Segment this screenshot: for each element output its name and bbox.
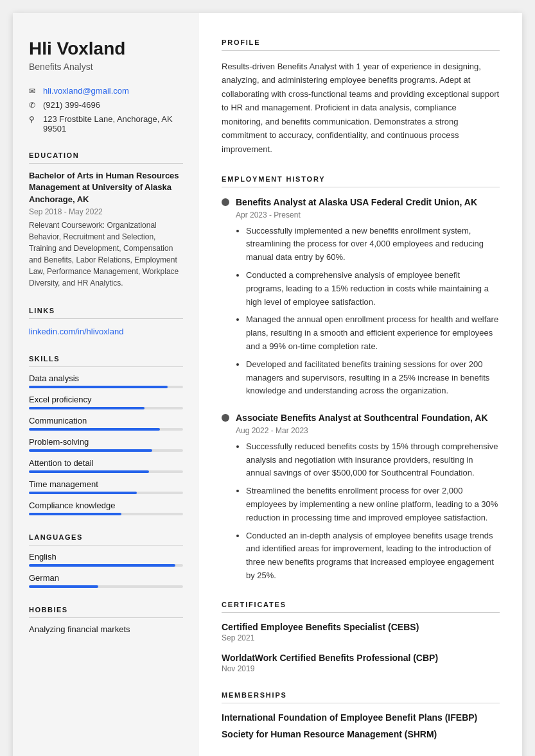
skills-list: Data analysis Excel proficiency Communic…: [29, 374, 183, 515]
languages-section-title: LANGUAGES: [29, 533, 183, 546]
skill-name: Communication: [29, 416, 183, 425]
cert-date: Sep 2021: [222, 633, 500, 642]
skill-name: Data analysis: [29, 374, 183, 383]
skill-item: Excel proficiency: [29, 395, 183, 409]
certs-list: Certified Employee Benefits Specialist (…: [222, 622, 500, 673]
cert-name: Certified Employee Benefits Specialist (…: [222, 622, 500, 632]
skill-bar-bg: [29, 449, 183, 452]
skill-name: Excel proficiency: [29, 395, 183, 404]
skill-item: Compliance knowledge: [29, 501, 183, 515]
job-header: Associate Benefits Analyst at Southcentr…: [222, 412, 500, 425]
job-entry: Benefits Analyst at Alaska USA Federal C…: [222, 196, 500, 398]
skill-name: Attention to detail: [29, 458, 183, 468]
skill-bar-fill: [29, 513, 121, 515]
employment-section: EMPLOYMENT HISTORY Benefits Analyst at A…: [222, 175, 500, 583]
membership-name: International Foundation of Employee Ben…: [222, 712, 500, 723]
profile-section-title: PROFILE: [222, 39, 500, 51]
language-bar-fill: [29, 564, 175, 567]
skill-bar-bg: [29, 386, 183, 388]
language-bar-bg: [29, 564, 183, 567]
sidebar: Hli Voxland Benefits Analyst ✉ hli.voxla…: [13, 13, 199, 756]
contact-phone: ✆ (921) 399-4696: [29, 100, 183, 110]
language-name: German: [29, 573, 183, 583]
phone-icon: ✆: [29, 101, 38, 110]
job-title-text: Benefits Analyst at Alaska USA Federal C…: [236, 196, 477, 209]
email-link[interactable]: hli.voxland@gmail.com: [43, 86, 129, 96]
skill-bar-bg: [29, 428, 183, 431]
location-icon: ⚲: [29, 115, 38, 124]
job-entry: Associate Benefits Analyst at Southcentr…: [222, 412, 500, 583]
job-header: Benefits Analyst at Alaska USA Federal C…: [222, 196, 500, 209]
skill-name: Compliance knowledge: [29, 501, 183, 510]
skill-name: Problem-solving: [29, 437, 183, 447]
membership-name: Society for Human Resource Management (S…: [222, 729, 500, 739]
skill-item: Attention to detail: [29, 458, 183, 473]
skill-item: Problem-solving: [29, 437, 183, 452]
skill-bar-bg: [29, 513, 183, 515]
memberships-section: MEMBERSHIPS International Foundation of …: [222, 691, 500, 739]
job-dates: Aug 2022 - Mar 2023: [236, 426, 500, 435]
certificates-section: CERTIFICATES Certified Employee Benefits…: [222, 601, 500, 673]
profile-section: PROFILE Results-driven Benefits Analyst …: [222, 39, 500, 156]
cert-entry: WorldatWork Certified Benefits Professio…: [222, 653, 500, 673]
cert-date: Nov 2019: [222, 664, 500, 673]
links-section-title: LINKS: [29, 307, 183, 319]
skill-bar-bg: [29, 492, 183, 494]
main-content: PROFILE Results-driven Benefits Analyst …: [199, 13, 522, 756]
language-name: English: [29, 552, 183, 562]
job-bullet: Conducted an in-depth analysis of employ…: [246, 529, 500, 583]
skill-bar-fill: [29, 449, 152, 452]
contact-email: ✉ hli.voxland@gmail.com: [29, 86, 183, 96]
job-bullet: Developed and facilitated benefits train…: [246, 358, 500, 398]
skill-name: Time management: [29, 479, 183, 489]
language-item: English: [29, 552, 183, 567]
phone-text: (921) 399-4696: [43, 100, 100, 110]
job-title-text: Associate Benefits Analyst at Southcentr…: [236, 412, 488, 425]
language-item: German: [29, 573, 183, 588]
membership-entry: Society for Human Resource Management (S…: [222, 729, 500, 739]
skill-item: Communication: [29, 416, 183, 431]
cert-name: WorldatWork Certified Benefits Professio…: [222, 653, 500, 663]
skill-bar-fill: [29, 386, 168, 388]
profile-text: Results-driven Benefits Analyst with 1 y…: [222, 60, 500, 156]
hobbies-text: Analyzing financial markets: [29, 624, 183, 634]
education-section-title: EDUCATION: [29, 151, 183, 164]
job-bullet: Successfully reduced benefits costs by 1…: [246, 440, 500, 480]
skill-bar-bg: [29, 470, 183, 473]
job-bullet: Streamlined the benefits enrollment proc…: [246, 485, 500, 524]
email-icon: ✉: [29, 87, 38, 96]
skill-bar-fill: [29, 492, 137, 494]
skill-bar-fill: [29, 470, 149, 473]
address-text: 123 Frostbite Lane, Anchorage, AK 99501: [43, 114, 183, 133]
memberships-list: International Foundation of Employee Ben…: [222, 712, 500, 739]
cert-entry: Certified Employee Benefits Specialist (…: [222, 622, 500, 642]
jobs-list: Benefits Analyst at Alaska USA Federal C…: [222, 196, 500, 583]
employment-section-title: EMPLOYMENT HISTORY: [222, 175, 500, 187]
job-title: Benefits Analyst: [29, 62, 183, 72]
job-bullet: Managed the annual open enrollment proce…: [246, 313, 500, 353]
skill-bar-fill: [29, 428, 160, 431]
languages-list: English German: [29, 552, 183, 588]
membership-entry: International Foundation of Employee Ben…: [222, 712, 500, 723]
contact-address: ⚲ 123 Frostbite Lane, Anchorage, AK 9950…: [29, 114, 183, 133]
job-bullet: Conducted a comprehensive analysis of em…: [246, 269, 500, 309]
edu-degree: Bachelor of Arts in Human Resources Mana…: [29, 170, 183, 205]
job-dates: Apr 2023 - Present: [236, 210, 500, 219]
edu-dates: Sep 2018 - May 2022: [29, 207, 183, 216]
job-dot: [222, 414, 229, 422]
job-dot: [222, 198, 229, 206]
edu-courses: Relevant Coursework: Organizational Beha…: [29, 219, 183, 289]
language-bar-bg: [29, 585, 183, 588]
linkedin-link[interactable]: linkedin.com/in/hlivoxland: [29, 327, 123, 336]
skill-item: Data analysis: [29, 374, 183, 388]
job-bullets: Successfully reduced benefits costs by 1…: [236, 440, 500, 583]
skills-section-title: SKILLS: [29, 355, 183, 367]
job-bullets: Successfully implemented a new benefits …: [236, 225, 500, 399]
skill-item: Time management: [29, 479, 183, 494]
skill-bar-fill: [29, 407, 145, 409]
certificates-section-title: CERTIFICATES: [222, 601, 500, 613]
language-bar-fill: [29, 585, 98, 588]
skill-bar-bg: [29, 407, 183, 409]
job-bullet: Successfully implemented a new benefits …: [246, 225, 500, 264]
name: Hli Voxland: [29, 39, 183, 59]
